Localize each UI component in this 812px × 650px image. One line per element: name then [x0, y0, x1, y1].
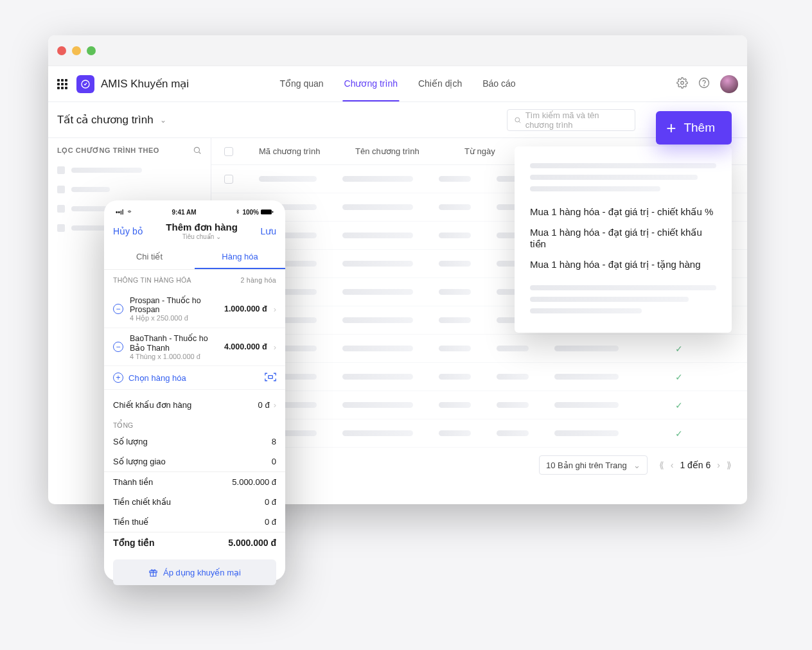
- apply-promo-button[interactable]: Áp dụng khuyến mại: [113, 559, 276, 585]
- remove-item-icon[interactable]: −: [113, 304, 123, 314]
- close-window-icon[interactable]: [57, 46, 66, 55]
- filter-title: LỌC CHƯƠNG TRÌNH THEO: [57, 146, 159, 155]
- save-button[interactable]: Lưu: [260, 226, 276, 236]
- svg-rect-8: [261, 209, 272, 215]
- add-button[interactable]: + Thêm: [656, 111, 732, 145]
- nav-program[interactable]: Chương trình: [343, 67, 399, 101]
- chevron-right-icon: ›: [274, 304, 276, 314]
- dropdown-option[interactable]: Mua 1 hàng hóa - đạt giá trị - chiết khấ…: [515, 202, 732, 222]
- chevron-down-icon: ⌄: [216, 233, 221, 240]
- svg-point-1: [681, 81, 684, 84]
- section-info-label: THÔNG TIN HÀNG HÓA: [113, 276, 191, 284]
- plus-icon: +: [113, 373, 123, 383]
- topbar: AMIS Khuyến mại Tổng quan Chương trình C…: [48, 66, 747, 102]
- add-button-label: Thêm: [684, 121, 715, 135]
- help-icon[interactable]: [698, 77, 710, 91]
- svg-rect-9: [272, 211, 274, 213]
- titlebar: [48, 35, 747, 66]
- pager: 10 Bản ghi trên Trang ⌄ ⟪ ‹ 1 đến 6 › ⟫: [211, 448, 747, 482]
- svg-point-2: [700, 78, 709, 87]
- page-size-select[interactable]: 10 Bản ghi trên Trang ⌄: [539, 455, 648, 475]
- main-nav: Tổng quan Chương trình Chiến dịch Báo cá…: [278, 67, 516, 101]
- page-range: 1 đến 6: [680, 460, 710, 470]
- search-icon[interactable]: [193, 146, 202, 155]
- mobile-statusbar: ••ıl 9:41 AM 100%: [104, 207, 285, 218]
- battery-percent: 100%: [242, 209, 259, 216]
- nav-overview[interactable]: Tổng quan: [278, 67, 324, 101]
- svg-point-4: [515, 118, 520, 122]
- table-row[interactable]: ✓: [211, 363, 747, 391]
- add-dropdown: Mua 1 hàng hóa - đạt giá trị - chiết khấ…: [515, 146, 732, 333]
- search-placeholder: Tìm kiếm mã và tên chương trình: [525, 110, 628, 130]
- apps-grid-icon[interactable]: [57, 79, 67, 89]
- search-input[interactable]: Tìm kiếm mã và tên chương trình: [507, 109, 635, 131]
- page-prev-icon[interactable]: ‹: [671, 460, 674, 470]
- svg-line-7: [199, 152, 201, 154]
- col-from: Từ ngày: [464, 146, 509, 156]
- col-name: Tên chương trình: [355, 146, 439, 156]
- table-row[interactable]: ✓: [211, 419, 747, 448]
- select-all-checkbox[interactable]: [224, 147, 233, 156]
- maximize-window-icon[interactable]: [87, 46, 96, 55]
- page-title: Tất cả chương trình: [57, 113, 154, 127]
- remove-item-icon[interactable]: −: [113, 342, 123, 352]
- gear-icon[interactable]: [676, 77, 688, 91]
- table-row[interactable]: ✓: [211, 391, 747, 419]
- signal-icon: ••ıl: [116, 209, 124, 216]
- bluetooth-icon: [235, 208, 240, 216]
- app-title: AMIS Khuyến mại: [101, 77, 189, 91]
- add-item-button[interactable]: + Chọn hàng hóa: [104, 366, 285, 390]
- svg-rect-10: [269, 376, 273, 379]
- filter-item[interactable]: [57, 186, 202, 193]
- gift-icon: [148, 568, 158, 577]
- mobile-tabs: Chi tiết Hàng hóa: [104, 245, 285, 270]
- mobile-mockup: ••ıl 9:41 AM 100% Hủy bỏ Thêm đơn hàng T…: [104, 200, 285, 581]
- col-code: Mã chương trình: [259, 146, 330, 156]
- app-logo: [76, 75, 94, 93]
- page-next-icon[interactable]: ›: [717, 460, 720, 470]
- minimize-window-icon[interactable]: [72, 46, 81, 55]
- discount-row[interactable]: Chiết khấu đơn hàng 0 đ ›: [104, 395, 285, 415]
- tab-detail[interactable]: Chi tiết: [104, 245, 195, 269]
- filter-item[interactable]: [57, 166, 202, 174]
- svg-point-6: [194, 147, 199, 152]
- wifi-icon: [126, 209, 133, 216]
- mobile-header: Hủy bỏ Thêm đơn hàng Tiêu chuẩn ⌄ Lưu: [104, 218, 285, 242]
- status-time: 9:41 AM: [172, 209, 197, 216]
- chevron-down-icon: ⌄: [633, 461, 640, 470]
- nav-campaign[interactable]: Chiến dịch: [417, 67, 463, 101]
- table-row[interactable]: ✓: [211, 335, 747, 363]
- avatar[interactable]: [720, 75, 738, 93]
- search-icon: [514, 116, 522, 125]
- list-item[interactable]: − BaoThanh - Thuốc ho Bảo Thanh 4 Thùng …: [104, 328, 285, 366]
- list-item[interactable]: − Prospan - Thuốc ho Prospan 4 Hộp x 250…: [104, 290, 285, 328]
- nav-report[interactable]: Báo cáo: [481, 67, 516, 101]
- cancel-button[interactable]: Hủy bỏ: [113, 226, 143, 236]
- tab-goods[interactable]: Hàng hóa: [195, 245, 285, 269]
- dropdown-option[interactable]: Mua 1 hàng hóa - đạt giá trị - tặng hàng: [515, 254, 732, 275]
- mobile-subtitle[interactable]: Tiêu chuẩn ⌄: [166, 233, 238, 240]
- barcode-scan-icon[interactable]: [265, 373, 276, 383]
- plus-icon: +: [666, 119, 676, 136]
- section-count: 2 hàng hóa: [240, 276, 276, 284]
- svg-line-5: [519, 121, 520, 123]
- chevron-right-icon: ›: [274, 400, 276, 410]
- battery-icon: [261, 209, 274, 216]
- section-total-label: TỔNG: [104, 415, 285, 432]
- page-first-icon[interactable]: ⟪: [659, 460, 664, 470]
- subbar: Tất cả chương trình ⌄ Tìm kiếm mã và tên…: [48, 102, 747, 138]
- chevron-right-icon: ›: [274, 342, 276, 352]
- mobile-title: Thêm đơn hàng: [166, 222, 238, 233]
- dropdown-option[interactable]: Mua 1 hàng hóa - đạt giá trị - chiết khấ…: [515, 222, 732, 254]
- chevron-down-icon[interactable]: ⌄: [160, 116, 166, 125]
- svg-point-3: [704, 85, 705, 85]
- page-last-icon[interactable]: ⟫: [727, 460, 732, 470]
